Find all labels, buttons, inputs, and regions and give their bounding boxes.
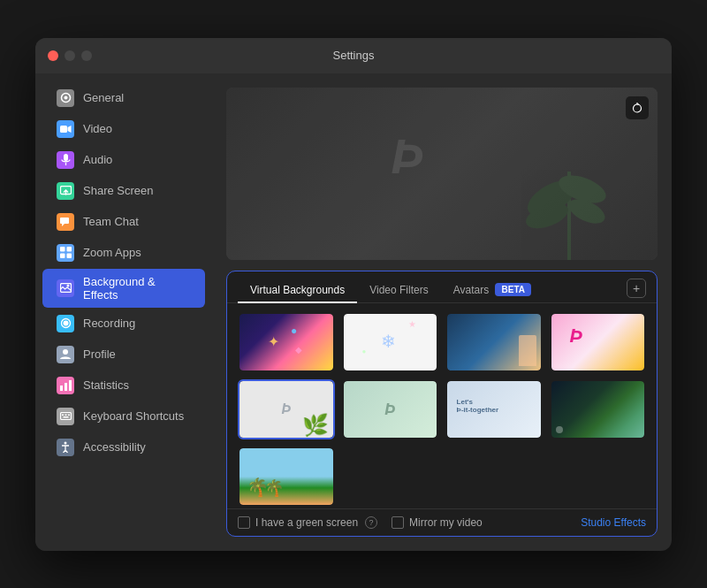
sidebar-label-profile: Profile [83,347,116,361]
svg-rect-19 [69,380,72,391]
sidebar-item-general[interactable]: General [42,83,205,113]
svg-rect-9 [66,247,72,252]
bg-item-green-zoom[interactable]: Þ [342,379,439,439]
bg-item-office[interactable] [445,312,543,372]
sidebar-item-accessibility[interactable]: Accessibility [42,432,205,462]
bg-item-aurora[interactable] [550,379,647,439]
bg-aurora-inner [551,381,645,438]
beta-badge: BETA [495,283,530,296]
sidebar-label-statistics: Statistics [83,378,129,392]
sidebar-item-profile[interactable]: Profile [42,340,205,370]
sidebar: General Video Audio Share [35,73,212,551]
close-button[interactable] [48,50,58,61]
sharescreen-icon [57,182,74,200]
tabs-footer: I have a green screen ? Mirror my video … [227,508,657,536]
bg-office-inner [447,314,541,370]
sidebar-item-audio[interactable]: Audio [42,145,205,175]
sidebar-item-video[interactable]: Video [42,114,205,144]
preview-area: Þ [226,88,658,260]
sidebar-item-statistics[interactable]: Statistics [42,370,205,401]
sidebar-label-background: Background & Effects [83,275,191,302]
svg-rect-24 [63,416,68,418]
preview-background: Þ [226,88,658,260]
tabs-header: Virtual Backgrounds Video Filters Avatar… [227,271,657,303]
green-screen-checkbox[interactable] [238,516,250,529]
general-icon [57,89,74,107]
teamchat-icon [57,213,74,231]
content-area: General Video Audio Share [35,73,672,551]
bg-pink-inner: Þ [551,314,645,370]
sidebar-item-keyboard[interactable]: Keyboard Shortcuts [42,401,205,431]
mirror-video-checkbox[interactable] [392,516,404,529]
traffic-lights [48,50,92,61]
main-panel: Þ [212,73,672,551]
sidebar-label-general: General [83,91,124,104]
profile-icon [57,346,74,363]
tab-avatars[interactable]: Avatars BETA [441,279,544,303]
sidebar-item-zoomapps[interactable]: Zoom Apps [42,238,205,268]
sidebar-label-video: Video [83,122,112,135]
video-icon [57,120,74,138]
svg-point-13 [66,285,69,287]
sidebar-label-recording: Recording [83,317,135,330]
svg-rect-23 [68,415,70,416]
audio-icon [57,151,74,169]
sidebar-label-zoomapps: Zoom Apps [83,246,141,259]
camera-switch-button[interactable] [626,96,649,119]
sidebar-item-teamchat[interactable]: Team Chat [42,207,205,237]
bg-item-colorful[interactable]: ✦ ● ◆ [238,312,335,372]
bg-beach-inner: 🌴 🌴 [239,448,333,505]
tab-video-filters[interactable]: Video Filters [357,279,440,303]
sidebar-item-background[interactable]: Background & Effects [42,269,205,308]
svg-rect-20 [60,413,71,420]
bg-item-lets-talk[interactable]: Let'sÞ-it-together [445,379,543,439]
svg-rect-17 [60,386,63,391]
svg-rect-22 [65,415,66,416]
bg-green-zoom-inner: Þ [344,381,437,438]
bg-item-pink[interactable]: Þ [550,312,647,372]
sidebar-label-sharescreen: Share Screen [83,184,154,197]
svg-marker-3 [67,126,71,133]
minimize-button[interactable] [65,50,75,61]
sidebar-item-sharescreen[interactable]: Share Screen [42,176,205,206]
maximize-button[interactable] [81,50,92,61]
svg-rect-21 [62,415,64,416]
svg-rect-11 [66,254,72,259]
green-screen-label[interactable]: I have a green screen ? [238,516,377,529]
sidebar-label-keyboard: Keyboard Shortcuts [83,409,184,423]
statistics-icon [57,377,74,394]
sidebar-item-recording[interactable]: Recording [42,309,205,339]
bg-white-plant-inner: 🌿 Þ [239,381,333,438]
bg-item-white[interactable]: ❄ ★ ● [342,312,439,372]
tabs-container: Virtual Backgrounds Video Filters Avatar… [226,271,658,537]
tab-virtual-backgrounds[interactable]: Virtual Backgrounds [238,279,357,303]
bg-item-beach[interactable]: 🌴 🌴 [238,447,335,507]
background-icon [57,279,74,297]
sidebar-label-accessibility: Accessibility [83,440,146,454]
camera-overlay [226,88,658,260]
titlebar: Settings [35,38,672,73]
sidebar-label-teamchat: Team Chat [83,215,139,228]
svg-point-1 [64,96,67,100]
svg-rect-10 [60,254,65,259]
keyboard-icon [57,408,74,425]
bg-colorful-inner: ✦ ● ◆ [239,314,333,370]
sidebar-label-audio: Audio [83,153,112,166]
svg-point-16 [63,349,68,355]
settings-window: Settings General Video [35,38,672,551]
mirror-video-label[interactable]: Mirror my video [392,516,483,529]
zoomapps-icon [57,244,74,262]
svg-rect-18 [65,383,67,391]
svg-point-15 [63,321,68,326]
bg-item-white-plant[interactable]: 🌿 Þ [238,379,335,439]
recording-icon [57,315,74,332]
window-title: Settings [333,49,375,62]
bg-lets-talk-inner: Let'sÞ-it-together [447,381,541,438]
green-screen-info-icon[interactable]: ? [365,516,377,529]
add-background-button[interactable]: + [627,279,646,298]
accessibility-icon [57,439,74,456]
studio-effects-link[interactable]: Studio Effects [581,516,646,529]
svg-rect-4 [64,154,68,161]
svg-point-25 [65,442,67,445]
bg-white-inner: ❄ ★ ● [344,314,437,370]
